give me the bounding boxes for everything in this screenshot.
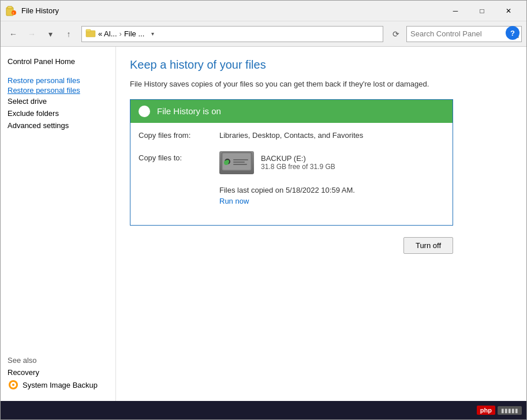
sidebar-item-exclude-folders[interactable]: Exclude folders xyxy=(8,108,109,119)
sidebar-label-exclude-folders[interactable]: Exclude folders xyxy=(8,108,109,119)
maximize-button[interactable]: □ xyxy=(469,1,495,21)
up-button[interactable]: ↑ xyxy=(61,26,77,42)
last-copied-section: Files last copied on 5/18/2022 10:59 AM.… xyxy=(219,186,355,205)
back-button[interactable]: ← xyxy=(5,26,21,42)
status-indicator-icon xyxy=(139,106,150,117)
sidebar-item-select-drive[interactable]: Select drive xyxy=(8,96,109,107)
dropdown-button[interactable]: ▾ xyxy=(42,26,58,42)
sidebar-link-restore-personal-files[interactable]: Restore personal files xyxy=(8,75,109,86)
sidebar-item-advanced-settings[interactable]: Advanced settings xyxy=(8,120,109,131)
sidebar-spacer xyxy=(8,132,109,342)
last-copied-text: Files last copied on 5/18/2022 10:59 AM. xyxy=(219,186,355,194)
svg-rect-14 xyxy=(233,162,245,163)
system-image-backup-icon xyxy=(8,379,19,391)
svg-point-11 xyxy=(225,159,230,164)
refresh-button[interactable]: ⟳ xyxy=(388,26,404,42)
file-history-window: ! File History ─ □ ✕ ← → ▾ ↑ « Al... › xyxy=(0,0,527,420)
svg-rect-13 xyxy=(233,159,248,160)
svg-rect-15 xyxy=(233,164,247,165)
drive-info: BACKUP (E:) 31.8 GB free of 31.9 GB File… xyxy=(219,151,355,208)
turn-off-button[interactable]: Turn off xyxy=(403,237,453,254)
fh-header: File History is on xyxy=(130,100,453,123)
turn-off-container: Turn off xyxy=(130,237,453,254)
address-part-1: « Al... xyxy=(98,29,117,38)
drive-row: BACKUP (E:) 31.8 GB free of 31.9 GB xyxy=(219,151,355,174)
taskbar-extra: ▮▮▮▮▮ xyxy=(498,406,522,415)
drive-icon xyxy=(219,151,254,174)
address-folder-icon xyxy=(85,28,96,39)
help-button[interactable]: ? xyxy=(506,26,519,40)
drive-space: 31.8 GB free of 31.9 GB xyxy=(261,163,335,171)
drive-details: BACKUP (E:) 31.8 GB free of 31.9 GB xyxy=(261,154,335,171)
search-bar: 🔍 xyxy=(406,26,522,42)
php-badge: php xyxy=(477,406,495,415)
minimize-button[interactable]: ─ xyxy=(442,1,469,21)
window-controls: ─ □ ✕ xyxy=(442,1,522,21)
address-dropdown-button[interactable]: ▾ xyxy=(147,28,158,40)
copy-to-label: Copy files to: xyxy=(139,151,219,208)
sidebar-item-control-panel-home[interactable]: Control Panel Home xyxy=(8,56,109,67)
svg-point-8 xyxy=(12,384,14,386)
copy-from-label: Copy files from: xyxy=(139,131,219,140)
copy-from-row: Copy files from: Libraries, Desktop, Con… xyxy=(139,131,444,140)
fh-status-text: File History is on xyxy=(157,106,221,116)
page-description: File History saves copies of your files … xyxy=(130,78,453,90)
sidebar-label-advanced-settings[interactable]: Advanced settings xyxy=(8,120,109,131)
sidebar-item-recovery[interactable]: Recovery xyxy=(8,367,109,378)
run-now-link[interactable]: Run now xyxy=(219,197,355,205)
recovery-label[interactable]: Recovery xyxy=(8,368,39,377)
page-title: Keep a history of your files xyxy=(130,58,513,72)
see-also-label: See also xyxy=(8,356,109,365)
content-area: Control Panel Home Restore personal file… xyxy=(1,47,526,401)
sidebar-label-select-drive[interactable]: Select drive xyxy=(8,96,109,107)
address-path: « Al... › File ... xyxy=(98,29,144,38)
title-bar: ! File History ─ □ ✕ xyxy=(1,1,526,21)
address-part-2: File ... xyxy=(124,29,144,38)
address-separator: › xyxy=(119,29,122,38)
system-image-backup-label[interactable]: System Image Backup xyxy=(23,381,98,389)
main-panel: Keep a history of your files File Histor… xyxy=(116,47,526,401)
sidebar-item-restore-personal-files[interactable]: Restore personal files Restore personal … xyxy=(8,75,109,95)
see-also-section: See also Recovery System Image Backup xyxy=(8,342,109,392)
sidebar-link-restore-text[interactable]: Restore personal files xyxy=(8,86,80,95)
copy-to-row: Copy files to: xyxy=(139,151,444,208)
fh-body: Copy files from: Libraries, Desktop, Con… xyxy=(130,123,453,225)
close-button[interactable]: ✕ xyxy=(495,1,522,21)
svg-text:!: ! xyxy=(13,12,14,15)
taskbar: php ▮▮▮▮▮ xyxy=(1,401,526,419)
file-history-status-box: File History is on Copy files from: Libr… xyxy=(130,99,453,226)
svg-rect-1 xyxy=(8,6,12,9)
svg-rect-5 xyxy=(86,29,91,32)
search-input[interactable] xyxy=(410,29,507,38)
drive-name: BACKUP (E:) xyxy=(261,154,335,163)
sidebar-label-control-panel-home[interactable]: Control Panel Home xyxy=(8,56,109,67)
address-bar[interactable]: « Al... › File ... ▾ xyxy=(81,26,383,42)
forward-button[interactable]: → xyxy=(24,26,40,42)
copy-from-value: Libraries, Desktop, Contacts, and Favori… xyxy=(219,131,363,140)
app-icon: ! xyxy=(5,5,17,17)
nav-bar: ← → ▾ ↑ « Al... › File ... ▾ ⟳ 🔍 ? xyxy=(1,21,526,47)
sidebar: Control Panel Home Restore personal file… xyxy=(1,47,116,401)
svg-point-12 xyxy=(226,160,229,163)
sidebar-item-system-image-backup[interactable]: System Image Backup xyxy=(8,378,109,392)
window-title: File History xyxy=(21,6,442,15)
